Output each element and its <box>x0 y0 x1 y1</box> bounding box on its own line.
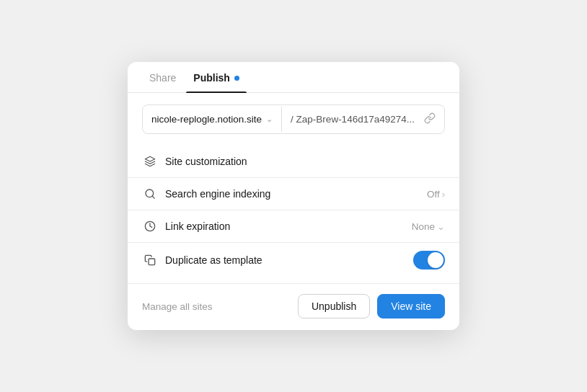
url-bar: nicole-replogle.notion.site ⌄ / Zap-Brew… <box>142 104 445 134</box>
link-expiration-icon <box>142 218 158 234</box>
domain-text: nicole-replogle.notion.site <box>151 114 262 125</box>
footer: Manage all sites Unpublish View site <box>128 283 459 330</box>
manage-all-sites-link[interactable]: Manage all sites <box>142 301 291 312</box>
link-expiration-label: Link expiration <box>165 220 412 232</box>
settings-list: Site customization Search engine indexin… <box>128 143 459 283</box>
duplicate-template-toggle[interactable] <box>413 251 445 270</box>
tab-bar: Share Publish <box>128 62 459 93</box>
slug-field[interactable]: / Zap-Brew-146d17a49274... <box>282 105 444 133</box>
setting-site-customization[interactable]: Site customization <box>128 146 459 177</box>
search-engine-chevron-icon: › <box>442 189 445 200</box>
domain-chevron-icon: ⌄ <box>266 115 273 124</box>
setting-duplicate-as-template[interactable]: Duplicate as template <box>128 243 459 277</box>
tab-publish-label: Publish <box>193 72 230 84</box>
duplicate-template-label: Duplicate as template <box>165 254 413 266</box>
publish-active-dot <box>234 76 239 81</box>
tab-publish[interactable]: Publish <box>186 62 247 92</box>
setting-search-engine-indexing[interactable]: Search engine indexing Off › <box>128 178 459 210</box>
svg-rect-3 <box>149 259 155 265</box>
site-customization-icon <box>142 153 158 169</box>
search-engine-label: Search engine indexing <box>165 188 427 200</box>
view-site-button[interactable]: View site <box>377 294 445 318</box>
search-engine-icon <box>142 186 158 202</box>
svg-line-1 <box>152 196 154 198</box>
tab-share[interactable]: Share <box>142 62 183 92</box>
setting-link-expiration[interactable]: Link expiration None ⌄ <box>128 210 459 242</box>
link-expiration-value: None ⌄ <box>412 221 445 232</box>
copy-link-icon[interactable] <box>424 112 436 126</box>
tab-share-label: Share <box>149 72 176 84</box>
duplicate-template-icon <box>142 252 158 268</box>
link-expiration-chevron-icon: ⌄ <box>437 221 445 232</box>
domain-selector[interactable]: nicole-replogle.notion.site ⌄ <box>143 107 282 132</box>
toggle-knob <box>428 252 443 268</box>
search-engine-value: Off › <box>427 189 445 200</box>
unpublish-button[interactable]: Unpublish <box>298 294 370 318</box>
slug-text: / Zap-Brew-146d17a49274... <box>291 114 415 125</box>
site-customization-label: Site customization <box>165 156 445 167</box>
publish-modal: Share Publish nicole-replogle.notion.sit… <box>128 62 459 330</box>
